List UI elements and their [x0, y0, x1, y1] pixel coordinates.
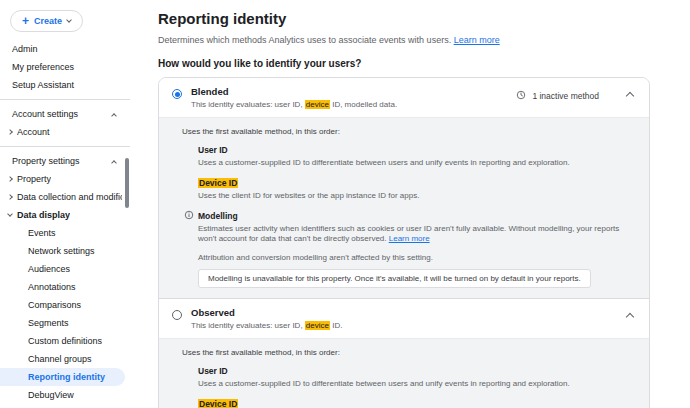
method-modelling-name: Modelling: [198, 211, 238, 221]
order-text: Uses the first available method, in this…: [182, 348, 633, 357]
attribution-note: Attribution and conversion modelling are…: [198, 253, 633, 262]
create-label: Create: [34, 16, 62, 26]
chevron-right-icon: [7, 194, 13, 200]
radio-observed[interactable]: [172, 310, 182, 320]
page-description: Determines which methods Analytics uses …: [158, 35, 650, 45]
create-button[interactable]: + Create: [10, 10, 83, 32]
chevron-up-icon: [111, 160, 117, 166]
radio-blended[interactable]: [172, 89, 182, 99]
eval-suffix: ID, modelled data.: [330, 100, 397, 109]
option-blended-name: Blended: [191, 86, 397, 97]
option-blended-desc: This identity evaluates: user ID, device…: [191, 100, 397, 109]
option-observed-right: [605, 310, 635, 323]
option-observed-desc: This identity evaluates: user ID, device…: [191, 321, 342, 330]
sidebar-item-data-display[interactable]: Data display: [0, 206, 130, 224]
account-label: Account: [17, 127, 50, 137]
option-observed-header[interactable]: Observed This identity evaluates: user I…: [159, 298, 649, 338]
data-collection-label: Data collection and modifica: [17, 192, 122, 202]
sidebar-item-annotations[interactable]: Annotations: [0, 278, 130, 296]
method-modelling-desc: Estimates user activity when identifiers…: [198, 224, 633, 246]
sidebar-item-audiences[interactable]: Audiences: [0, 260, 130, 278]
option-blended-text: Blended This identity evaluates: user ID…: [191, 86, 397, 109]
inactive-method-badge: 1 inactive method: [532, 91, 599, 101]
sidebar-divider: [0, 99, 130, 100]
chevron-down-icon: [66, 17, 72, 23]
account-settings-label: Account settings: [12, 109, 78, 119]
option-blended-header[interactable]: Blended This identity evaluates: user ID…: [159, 78, 649, 117]
plus-icon: +: [22, 18, 29, 25]
chevron-up-icon: [626, 313, 634, 321]
eval-highlight: device: [305, 321, 330, 330]
data-display-label: Data display: [17, 210, 70, 220]
sidebar-item-property[interactable]: Property: [0, 170, 130, 188]
method-device-id-name: Device ID: [198, 399, 633, 408]
sidebar-item-custom-definitions[interactable]: Custom definitions: [0, 332, 130, 350]
sidebar-item-channel-groups[interactable]: Channel groups: [0, 350, 130, 368]
method-user-id-desc: Uses a customer-supplied ID to different…: [198, 158, 633, 169]
sidebar-nav: Admin My preferences Setup Assistant Acc…: [0, 40, 130, 408]
sidebar-item-debugview[interactable]: DebugView: [0, 386, 130, 404]
sidebar-item-my-preferences[interactable]: My preferences: [0, 58, 130, 76]
sidebar-item-network-settings[interactable]: Network settings: [0, 242, 130, 260]
property-label: Property: [17, 174, 51, 184]
method-modelling-name-row: Modelling: [198, 211, 633, 221]
sidebar-scrollbar-thumb[interactable]: [125, 158, 129, 208]
method-device-id: Device ID Uses the client ID for website…: [198, 399, 633, 408]
main-content: Reporting identity Determines which meth…: [130, 0, 690, 408]
modelling-learn-more-link[interactable]: Learn more: [389, 234, 430, 243]
sidebar-divider: [0, 146, 130, 147]
method-user-id-name: User ID: [198, 145, 633, 155]
option-observed-name: Observed: [191, 307, 342, 318]
info-icon: [184, 210, 194, 222]
description-text: Determines which methods Analytics uses …: [158, 35, 451, 45]
sidebar-item-reporting-identity[interactable]: Reporting identity: [0, 368, 125, 386]
option-blended-detail: Uses the first available method, in this…: [159, 117, 649, 298]
chevron-right-icon: [7, 129, 13, 135]
option-observed-detail: Uses the first available method, in this…: [159, 338, 649, 408]
sidebar-item-events[interactable]: Events: [0, 224, 130, 242]
method-user-id-desc: Uses a customer-supplied ID to different…: [198, 379, 633, 390]
clock-icon: [516, 90, 526, 102]
eval-highlight: device: [305, 100, 330, 109]
sidebar-item-product-links[interactable]: Product links: [0, 404, 130, 408]
device-id-highlight: Device ID: [198, 399, 238, 408]
sidebar-item-comparisons[interactable]: Comparisons: [0, 296, 130, 314]
sidebar-item-data-collection[interactable]: Data collection and modifica: [0, 188, 130, 206]
device-id-highlight: Device ID: [198, 178, 238, 188]
method-device-id-desc: Uses the client ID for websites or the a…: [198, 191, 633, 202]
method-device-id-name: Device ID: [198, 178, 633, 188]
collapse-observed-button[interactable]: [625, 310, 635, 323]
sidebar-section-account-settings[interactable]: Account settings: [0, 105, 130, 123]
chevron-up-icon: [626, 92, 634, 100]
method-user-id: User ID Uses a customer-supplied ID to d…: [198, 145, 633, 169]
chevron-right-icon: [7, 176, 13, 182]
question-heading: How would you like to identify your user…: [158, 58, 650, 69]
eval-suffix: ID.: [330, 321, 342, 330]
option-blended-right: 1 inactive method: [516, 89, 635, 102]
eval-prefix: This identity evaluates: user ID,: [191, 100, 305, 109]
identity-options-card: Blended This identity evaluates: user ID…: [158, 77, 650, 408]
learn-more-link[interactable]: Learn more: [454, 35, 500, 45]
chevron-up-icon: [111, 113, 117, 119]
sidebar-item-account[interactable]: Account: [0, 123, 130, 141]
eval-prefix: This identity evaluates: user ID,: [191, 321, 305, 330]
option-observed-text: Observed This identity evaluates: user I…: [191, 307, 342, 330]
modelling-unavailable-note: Modelling is unavailable for this proper…: [198, 269, 591, 288]
property-settings-label: Property settings: [12, 156, 80, 166]
collapse-blended-button[interactable]: [625, 89, 635, 102]
sidebar-item-admin[interactable]: Admin: [0, 40, 130, 58]
method-modelling: Modelling Estimates user activity when i…: [198, 211, 633, 289]
method-user-id: User ID Uses a customer-supplied ID to d…: [198, 366, 633, 390]
sidebar-item-setup-assistant[interactable]: Setup Assistant: [0, 76, 130, 94]
page-title: Reporting identity: [158, 10, 650, 27]
sidebar-item-segments[interactable]: Segments: [0, 314, 130, 332]
chevron-down-icon: [7, 211, 13, 217]
sidebar-section-property-settings[interactable]: Property settings: [0, 152, 130, 170]
app-root: + Create Admin My preferences Setup Assi…: [0, 0, 690, 408]
order-text: Uses the first available method, in this…: [182, 127, 633, 136]
sidebar: + Create Admin My preferences Setup Assi…: [0, 0, 130, 408]
method-user-id-name: User ID: [198, 366, 633, 376]
method-device-id: Device ID Uses the client ID for website…: [198, 178, 633, 202]
